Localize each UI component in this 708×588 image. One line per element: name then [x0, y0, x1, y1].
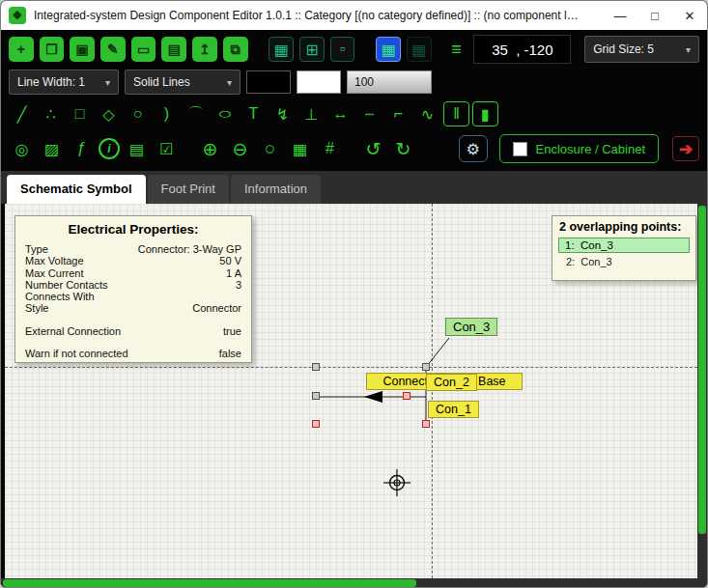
property-value: Connector: 3-Way GP — [138, 243, 241, 255]
image-tool-icon[interactable]: ▨ — [39, 136, 65, 161]
layers-icon[interactable]: ≡ — [445, 40, 468, 60]
property-row: Max Voltage50 V — [15, 255, 251, 266]
pin-tool-icon[interactable]: ↯ — [269, 101, 296, 126]
new-category-icon[interactable]: ▭ — [131, 37, 156, 62]
handle-gray — [423, 364, 430, 371]
polyline-tool-icon[interactable]: ∴ — [38, 101, 64, 126]
origin-tool-icon[interactable]: ◎ — [9, 136, 35, 161]
con3-leader-line — [427, 338, 449, 366]
property-row: Max Current1 A — [15, 267, 251, 279]
minimize-button[interactable]: — — [603, 1, 637, 30]
property-row: Warn if not connectedfalse — [15, 348, 251, 359]
distribute-tool-icon[interactable]: ▮ — [472, 101, 498, 126]
dashed-tool-icon[interactable]: ┄ — [356, 101, 382, 126]
line-style-value: Solid Lines — [133, 75, 190, 89]
toolbar-area: + ❐ ▣ ✎ ▭ ▤ ↥ ⧉ ▦ ⊞ ▫ ▦ ▦ ≡ 35 , -120 Gr… — [1, 30, 707, 171]
toolbar-row-file: + ❐ ▣ ✎ ▭ ▤ ↥ ⧉ ▦ ⊞ ▫ ▦ ▦ ≡ 35 , -120 Gr… — [9, 35, 699, 64]
app-window: ❖ Integrated-system Design Component Edi… — [0, 0, 708, 588]
toolbar-row-view: ◎ ▨ ƒ i ▤ ☑ ⊕ ⊖ ○ ▦ # ↺ ↻ ⚙ Enclosure / … — [9, 132, 699, 165]
align-tool-icon[interactable]: ‖ — [443, 101, 469, 126]
maximize-button[interactable]: □ — [637, 1, 672, 30]
info-icon[interactable]: i — [99, 138, 120, 159]
overlap-item-selected[interactable]: 1: Con_3 — [558, 238, 690, 253]
property-value: Connector — [192, 302, 241, 314]
curve-tool-icon[interactable]: ⌒ — [183, 101, 209, 126]
handle-red — [404, 393, 411, 400]
print-icon[interactable]: ▤ — [161, 37, 186, 62]
title-bar: ❖ Integrated-system Design Component Edi… — [1, 1, 707, 30]
new-file-icon[interactable]: + — [9, 37, 34, 62]
redo-icon[interactable]: ↻ — [390, 136, 416, 161]
handle-gray — [313, 393, 320, 400]
enclosure-cabinet-toggle[interactable]: Enclosure / Cabinet — [499, 134, 659, 163]
property-value: true — [223, 325, 241, 337]
text-tool-icon[interactable]: T — [241, 101, 267, 126]
label-con2[interactable]: Con_2 — [426, 374, 477, 391]
line-style-dropdown[interactable]: Solid Lines ▾ — [125, 70, 241, 95]
grid-size-dropdown[interactable]: Grid Size: 5 ▾ — [584, 36, 699, 63]
schematic-canvas[interactable]: Electrical Properties: TypeConnector: 3-… — [5, 204, 697, 578]
search-icon[interactable]: ○ — [257, 136, 283, 161]
open-folder-icon[interactable]: ❐ — [40, 37, 65, 62]
enclosure-checkbox[interactable] — [513, 142, 527, 156]
ellipse-tool-icon[interactable]: ○ — [212, 101, 238, 126]
node-tool-icon[interactable]: ⊥ — [298, 101, 325, 126]
property-value: 3 — [236, 279, 241, 291]
coil-tool-icon[interactable]: ∿ — [414, 101, 440, 126]
polygon-tool-icon[interactable]: ◇ — [96, 101, 122, 126]
measure-tool-icon[interactable]: ↔ — [327, 101, 354, 126]
rectangle-tool-icon[interactable]: □ — [67, 101, 93, 126]
property-row: TypeConnector: 3-Way GP — [15, 243, 251, 255]
crop-frame-icon[interactable]: # — [317, 136, 343, 161]
tab-schematic-symbol[interactable]: Schematic Symbol — [7, 175, 146, 204]
line-color-swatch[interactable] — [246, 70, 291, 94]
close-button[interactable]: ✕ — [672, 1, 707, 30]
horizontal-scrollbar-thumb[interactable] — [3, 579, 416, 587]
notes-icon[interactable]: ▤ — [124, 136, 150, 161]
arc-tool-icon[interactable]: ) — [154, 101, 180, 126]
property-label: External Connection — [25, 325, 121, 337]
fill-color-swatch[interactable] — [297, 70, 341, 94]
line-tool-icon[interactable]: ╱ — [9, 101, 35, 126]
tab-foot-print[interactable]: Foot Print — [148, 175, 229, 204]
save-as-icon[interactable]: ✎ — [100, 37, 126, 62]
grid-on-icon[interactable]: ▦ — [269, 37, 294, 62]
grid-snap-icon[interactable]: ⊞ — [299, 37, 325, 62]
export-icon[interactable]: ↥ — [192, 37, 217, 62]
property-row: Connects With — [15, 291, 251, 302]
label-con3[interactable]: Con_3 — [445, 318, 497, 336]
grid-fine-icon[interactable]: ▫ — [330, 37, 355, 62]
corner-tool-icon[interactable]: ⌐ — [385, 101, 411, 126]
zoom-in-icon[interactable]: ⊕ — [197, 136, 223, 161]
cursor-coordinates: 35 , -120 — [473, 35, 571, 64]
property-label: Connects With — [25, 291, 95, 302]
chevron-down-icon: ▾ — [686, 44, 691, 55]
settings-gear-icon[interactable]: ⚙ — [459, 135, 488, 162]
exit-icon[interactable]: ➔ — [672, 136, 699, 161]
thumbnail-grid-icon[interactable]: ▦ — [287, 136, 313, 161]
tab-information[interactable]: Information — [231, 175, 321, 204]
function-tool-icon[interactable]: ƒ — [69, 136, 95, 161]
label-con1[interactable]: Con_1 — [428, 401, 479, 418]
circle-tool-icon[interactable]: ○ — [125, 101, 151, 126]
vertical-scrollbar-thumb[interactable] — [698, 206, 706, 534]
line-width-dropdown[interactable]: Line Width: 1 ▾ — [9, 70, 119, 95]
grid-disabled-icon[interactable]: ▦ — [407, 37, 432, 62]
vertical-scrollbar[interactable] — [697, 204, 707, 578]
grid-selected-icon[interactable]: ▦ — [376, 37, 401, 62]
horizontal-scrollbar[interactable] — [1, 578, 707, 588]
direction-arrow — [364, 391, 382, 403]
opacity-input[interactable]: 100 — [347, 70, 432, 94]
duplicate-icon[interactable]: ⧉ — [223, 37, 248, 62]
zoom-out-icon[interactable]: ⊖ — [227, 136, 253, 161]
app-icon: ❖ — [9, 7, 26, 24]
tab-bar: Schematic Symbol Foot Print Information — [1, 171, 707, 204]
save-icon[interactable]: ▣ — [70, 37, 95, 62]
toolbar-row-draw: ╱ ∴ □ ◇ ○ ) ⌒ ○ T ↯ ⊥ ↔ ┄ ⌐ ∿ ‖ ▮ — [9, 99, 699, 128]
overlap-item[interactable]: 2: Con_3 — [552, 256, 695, 267]
handle-red — [423, 421, 430, 428]
undo-icon[interactable]: ↺ — [360, 136, 386, 161]
property-label: Warn if not connected — [25, 348, 128, 359]
property-label: Max Current — [25, 267, 84, 279]
checklist-icon[interactable]: ☑ — [154, 136, 180, 161]
